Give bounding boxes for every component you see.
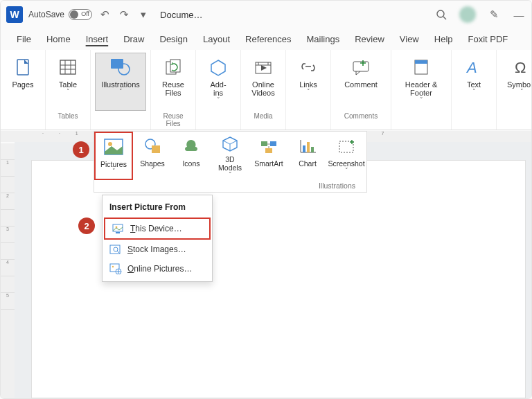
illustrations-button[interactable]: Illustrations (95, 53, 146, 111)
svg-rect-36 (303, 145, 305, 152)
tab-foxit[interactable]: Foxit PDF (461, 28, 516, 50)
svg-rect-3 (60, 60, 76, 74)
tab-review[interactable]: Review (347, 28, 392, 50)
tab-home[interactable]: Home (39, 28, 78, 50)
svg-rect-22 (415, 60, 427, 64)
menu-this-device[interactable]: This Device… (104, 218, 211, 240)
text-button[interactable]: A Text (456, 53, 492, 111)
cube-icon (218, 135, 242, 153)
group-links: Links (286, 50, 331, 130)
header-footer-button[interactable]: Header & Footer (396, 53, 447, 111)
autosave-toggle[interactable]: Off (69, 9, 92, 20)
tab-references[interactable]: References (238, 28, 299, 50)
table-icon (56, 56, 80, 78)
reuse-files-icon (161, 56, 185, 78)
autosave[interactable]: AutoSave Off (28, 9, 92, 20)
table-button[interactable]: Table (50, 53, 86, 111)
insert-picture-menu: Insert Picture From This Device… Stock I… (102, 195, 213, 282)
tab-view[interactable]: View (392, 28, 427, 50)
tab-design[interactable]: Design (152, 28, 195, 50)
minimize-icon[interactable]: — (512, 8, 526, 21)
screenshot-button[interactable]: Screenshot (327, 132, 366, 180)
chart-button[interactable]: Chart (288, 132, 327, 180)
svg-rect-38 (311, 147, 314, 152)
ribbon-tabs: File Home Insert Draw Design Layout Refe… (1, 28, 531, 50)
links-button[interactable]: Links (290, 53, 326, 111)
smartart-icon (257, 135, 281, 157)
svg-point-9 (118, 64, 130, 75)
icons-icon (179, 135, 203, 157)
3d-models-button[interactable]: 3D Models (211, 132, 249, 180)
svg-rect-39 (339, 141, 353, 152)
illustrations-group-label: Illustrations (94, 180, 366, 192)
svg-point-26 (108, 142, 112, 146)
svg-marker-14 (261, 65, 267, 71)
shapes-button[interactable]: Shapes (133, 132, 172, 180)
titlebar: W AutoSave Off ↶ ↷ ▾ Docume… ✎ — (1, 1, 531, 28)
screenshot-icon (335, 135, 358, 157)
stock-images-icon (109, 244, 122, 255)
group-headerfooter: Header & Footer (391, 50, 452, 130)
svg-rect-43 (116, 232, 120, 233)
group-reuse: Reuse Files Reuse Files (151, 50, 196, 130)
tab-file[interactable]: File (9, 28, 39, 50)
icons-button[interactable]: Icons (172, 132, 211, 180)
addins-button[interactable]: Add- ins (200, 53, 236, 111)
text-icon: A (462, 56, 486, 78)
menu-stock-images[interactable]: Stock Images… (103, 240, 212, 259)
svg-line-1 (443, 17, 446, 19)
symbols-button[interactable]: Ω Symbols (501, 53, 532, 111)
group-tables: Table Tables (46, 50, 91, 130)
header-footer-icon (409, 56, 433, 78)
svg-rect-42 (113, 224, 123, 231)
comment-icon (349, 56, 373, 78)
autosave-label: AutoSave (28, 10, 64, 19)
link-icon (296, 56, 320, 78)
tab-draw[interactable]: Draw (116, 28, 152, 50)
group-symbols: Ω Symbols (497, 50, 532, 130)
search-icon[interactable] (434, 8, 448, 21)
redo-icon[interactable]: ↷ (117, 8, 131, 21)
user-avatar[interactable] (459, 6, 476, 23)
reuse-files-button[interactable]: Reuse Files (155, 53, 191, 111)
pictures-icon (102, 136, 125, 158)
tab-mailings[interactable]: Mailings (299, 28, 348, 50)
group-addins: Add- ins (196, 50, 241, 130)
group-text: A Text (452, 50, 497, 130)
appearance-icon[interactable]: ✎ (487, 8, 501, 21)
word-logo-icon: W (6, 6, 23, 23)
undo-icon[interactable]: ↶ (98, 8, 112, 21)
pages-button[interactable]: Pages (5, 53, 41, 111)
device-icon (112, 223, 125, 234)
document-title[interactable]: Docume… (160, 10, 202, 20)
tab-insert[interactable]: Insert (78, 28, 116, 50)
tab-layout[interactable]: Layout (195, 28, 238, 50)
online-pictures-icon (109, 263, 122, 274)
callout-1: 1 (73, 141, 89, 158)
vertical-ruler[interactable]: 12345 (1, 143, 15, 398)
svg-text:A: A (466, 59, 477, 76)
smartart-button[interactable]: SmartArt (249, 132, 288, 180)
menu-online-pictures[interactable]: Online Pictures… (103, 259, 212, 278)
video-icon (251, 56, 275, 78)
online-videos-button[interactable]: Online Videos (245, 53, 281, 111)
svg-rect-31 (261, 141, 267, 146)
tab-help[interactable]: Help (427, 28, 461, 50)
pictures-button[interactable]: Pictures (94, 132, 133, 180)
svg-rect-33 (265, 148, 272, 153)
group-media: Online Videos Media (241, 50, 286, 130)
svg-rect-28 (152, 145, 160, 153)
svg-rect-32 (270, 141, 276, 146)
shapes-icon (141, 135, 164, 157)
insert-picture-header: Insert Picture From (103, 198, 212, 218)
omega-icon: Ω (510, 56, 532, 78)
svg-marker-12 (211, 60, 225, 76)
chart-icon (296, 135, 319, 157)
svg-point-50 (112, 266, 114, 267)
svg-line-47 (117, 251, 120, 254)
comment-button[interactable]: Comment (335, 53, 387, 111)
svg-text:Ω: Ω (515, 59, 526, 76)
group-pages: Pages (1, 50, 46, 130)
qat-overflow-icon[interactable]: ▾ (136, 8, 150, 21)
illustrations-icon (109, 56, 132, 78)
